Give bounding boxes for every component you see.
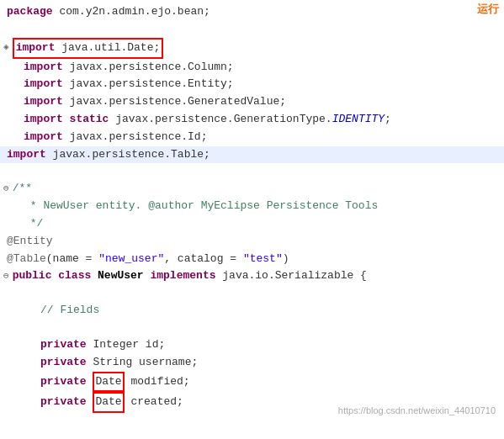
code-editor: 运行 package com.y2n.admin.ejo.bean;◈impor… bbox=[0, 0, 504, 439]
token: javax.persistence.GenerationType. bbox=[115, 111, 332, 129]
token: @Table bbox=[7, 251, 46, 268]
token: import bbox=[16, 41, 56, 54]
token: public bbox=[13, 267, 59, 285]
token: (name = bbox=[46, 251, 98, 268]
code-line bbox=[0, 285, 504, 302]
token: * NewUser entity. @author MyEclipse Pers… bbox=[24, 198, 378, 215]
token: import bbox=[24, 129, 70, 146]
token: modified; bbox=[125, 373, 190, 391]
token: NewUser bbox=[98, 267, 150, 285]
token: ) bbox=[283, 251, 289, 268]
logo-area: 运行 bbox=[477, 2, 499, 17]
code-line: import static javax.persistence.Generati… bbox=[0, 111, 504, 129]
token: import bbox=[24, 111, 70, 129]
token: import bbox=[24, 76, 70, 93]
token: javax.persistence.GeneratedValue; bbox=[70, 93, 286, 111]
token: , catalog = bbox=[164, 251, 243, 268]
token: java.util.Date; bbox=[55, 41, 160, 54]
code-line bbox=[0, 21, 504, 38]
code-line bbox=[0, 413, 504, 430]
token: IDENTITY bbox=[332, 111, 385, 129]
watermark: https://blog.csdn.net/weixin_44010710 bbox=[338, 405, 496, 415]
token: "test" bbox=[243, 251, 283, 268]
code-line: @Entity bbox=[0, 233, 504, 251]
code-line: import javax.persistence.Column; bbox=[0, 59, 504, 77]
token: class bbox=[58, 267, 98, 285]
code-line: ◈import java.util.Date; bbox=[0, 38, 504, 59]
token: javax.persistence.Table; bbox=[53, 146, 210, 164]
code-line: ... bbox=[0, 430, 504, 439]
gutter-symbol: ◈ bbox=[3, 40, 9, 56]
code-line: package com.y2n.admin.ejo.bean; bbox=[0, 3, 504, 21]
date-box: Date bbox=[93, 372, 124, 393]
token: ; bbox=[385, 111, 391, 129]
code-line: ⊖public class NewUser implements java.io… bbox=[0, 267, 504, 285]
token: private bbox=[40, 373, 93, 391]
code-line: private Integer id; bbox=[0, 336, 504, 354]
code-line: // Fields bbox=[0, 302, 504, 320]
gutter-symbol: ⊖ bbox=[3, 182, 9, 197]
token: */ bbox=[24, 215, 43, 233]
token: package bbox=[7, 3, 59, 21]
code-line: import javax.persistence.Entity; bbox=[0, 76, 504, 93]
token: "new_user" bbox=[98, 251, 164, 268]
token: Date bbox=[95, 375, 121, 388]
token: javax.persistence.Id; bbox=[70, 129, 208, 146]
code-line: private String username; bbox=[0, 354, 504, 372]
code-line bbox=[0, 320, 504, 336]
code-line: import javax.persistence.Id; bbox=[0, 129, 504, 146]
token: Integer id; bbox=[93, 336, 165, 354]
token: created; bbox=[125, 394, 183, 411]
token: javax.persistence.Entity; bbox=[70, 76, 234, 93]
gutter-symbol: ⊖ bbox=[3, 269, 9, 284]
token: javax.persistence.Column; bbox=[70, 59, 234, 77]
code-content: package com.y2n.admin.ejo.bean;◈import j… bbox=[0, 0, 504, 439]
token: Date bbox=[95, 395, 121, 408]
code-line: private Date modified; bbox=[0, 372, 504, 393]
token: /** bbox=[13, 180, 32, 198]
token: private bbox=[40, 394, 93, 411]
logo-icon: 运行 bbox=[477, 2, 499, 17]
token: @Entity bbox=[7, 233, 53, 251]
token: import bbox=[24, 59, 70, 77]
token: com.y2n.admin.ejo.bean; bbox=[59, 3, 210, 21]
token: private bbox=[40, 354, 93, 372]
token: // Fields bbox=[40, 302, 99, 320]
token: implements bbox=[150, 267, 222, 285]
token: String username; bbox=[93, 354, 198, 372]
code-line: */ bbox=[0, 215, 504, 233]
import-box: import java.util.Date; bbox=[13, 38, 164, 59]
code-line: * NewUser entity. @author MyEclipse Pers… bbox=[0, 198, 504, 215]
token: ... bbox=[40, 430, 60, 439]
token: java.io.Serializable { bbox=[222, 267, 367, 285]
code-line: import javax.persistence.Table; bbox=[0, 146, 504, 164]
token: private bbox=[40, 336, 93, 354]
code-line: ⊖/** bbox=[0, 180, 504, 198]
token: import bbox=[7, 146, 53, 164]
token: import bbox=[24, 93, 70, 111]
date-box: Date bbox=[93, 392, 124, 413]
code-line bbox=[0, 163, 504, 180]
code-line: import javax.persistence.GeneratedValue; bbox=[0, 93, 504, 111]
code-line: @Table(name = "new_user", catalog = "tes… bbox=[0, 251, 504, 268]
token: static bbox=[70, 111, 116, 129]
